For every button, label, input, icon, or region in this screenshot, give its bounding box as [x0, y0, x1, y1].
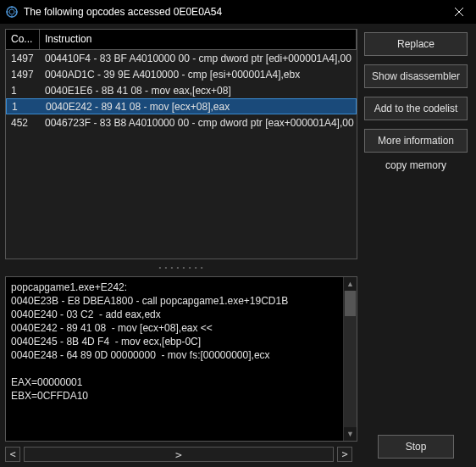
cell-instruction: 0046723F - 83 B8 A4010000 00 - cmp dword… [40, 115, 357, 131]
opcode-table: Co... Instruction 1497004410F4 - 83 BF A… [5, 29, 357, 259]
more-information-button[interactable]: More information [364, 129, 468, 153]
table-header: Co... Instruction [6, 30, 357, 50]
detail-panel: popcapgame1.exe+E242: 0040E23B - E8 DBEA… [5, 276, 357, 442]
detail-scrollbar[interactable]: ▲ ▼ [343, 277, 357, 441]
show-disassembler-button[interactable]: Show disassembler [364, 64, 468, 88]
splitter-grip-icon: • • • • • • • • [159, 266, 204, 270]
scroll-thumb[interactable] [345, 291, 356, 316]
stop-button[interactable]: Stop [378, 435, 454, 459]
close-button[interactable] [447, 0, 471, 24]
close-icon [454, 7, 464, 17]
add-codelist-button[interactable]: Add to the codelist [364, 97, 468, 120]
scroll-track[interactable] [344, 291, 357, 427]
scroll-down-icon[interactable]: ▼ [344, 427, 357, 441]
titlebar: The following opcodes accessed 0E0E0A54 [0, 0, 476, 24]
header-count[interactable]: Co... [6, 30, 40, 49]
header-instruction[interactable]: Instruction [40, 30, 357, 49]
window-title: The following opcodes accessed 0E0E0A54 [24, 6, 442, 18]
scroll-up-icon[interactable]: ▲ [344, 277, 357, 291]
svg-point-1 [9, 9, 14, 14]
table-row[interactable]: 10040E242 - 89 41 08 - mov [ecx+08],eax [6, 98, 357, 114]
cell-instruction: 0040E242 - 89 41 08 - mov [ecx+08],eax [41, 99, 356, 114]
table-row[interactable]: 1497004410F4 - 83 BF A4010000 00 - cmp d… [6, 50, 357, 66]
copy-memory-label[interactable]: copy memory [364, 159, 468, 171]
nav-prev-button[interactable]: < [5, 447, 20, 462]
table-row[interactable]: 10040E1E6 - 8B 41 08 - mov eax,[ecx+08] [6, 82, 357, 98]
cell-count: 1 [7, 99, 41, 114]
app-icon [5, 5, 19, 19]
nav-bar: < > > [5, 447, 352, 462]
disassembly-text[interactable]: popcapgame1.exe+E242: 0040E23B - E8 DBEA… [6, 277, 343, 441]
table-row[interactable]: 14970040AD1C - 39 9E A4010000 - cmp [esi… [6, 66, 357, 82]
cell-instruction: 0040AD1C - 39 9E A4010000 - cmp [esi+000… [40, 67, 357, 82]
cell-count: 1497 [6, 51, 40, 66]
cell-count: 1497 [6, 67, 40, 82]
nav-next-button[interactable]: > [337, 447, 352, 462]
cell-count: 1 [6, 83, 40, 98]
cell-count: 452 [6, 115, 40, 131]
cell-instruction: 0040E1E6 - 8B 41 08 - mov eax,[ecx+08] [40, 83, 357, 98]
nav-main-button[interactable]: > [24, 447, 334, 462]
splitter[interactable]: • • • • • • • • [5, 264, 357, 271]
cell-instruction: 004410F4 - 83 BF A4010000 00 - cmp dword… [40, 51, 357, 66]
table-row[interactable]: 4520046723F - 83 B8 A4010000 00 - cmp dw… [6, 114, 357, 131]
replace-button[interactable]: Replace [364, 32, 468, 56]
table-body[interactable]: 1497004410F4 - 83 BF A4010000 00 - cmp d… [6, 50, 357, 259]
